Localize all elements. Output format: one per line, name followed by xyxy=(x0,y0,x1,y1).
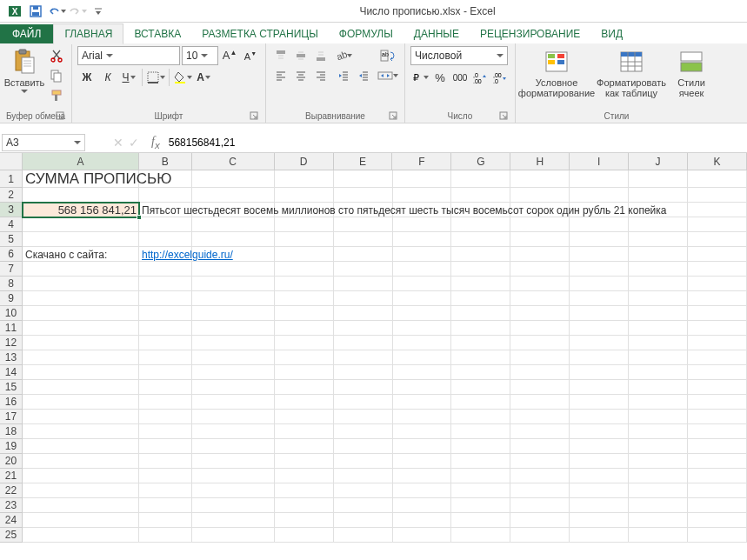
tab-data[interactable]: ДАННЫЕ xyxy=(404,24,470,43)
row-header-23[interactable]: 23 xyxy=(0,498,23,513)
row-header-3[interactable]: 3 xyxy=(0,203,23,217)
row-header-8[interactable]: 8 xyxy=(0,277,23,291)
percent-format-button[interactable]: % xyxy=(430,68,450,87)
row-header-14[interactable]: 14 xyxy=(0,365,23,380)
cell-a3[interactable]: 568 156 841,21 xyxy=(23,203,139,217)
increase-decimal-button[interactable]: ,0,00 xyxy=(470,68,490,87)
row-header-16[interactable]: 16 xyxy=(0,395,23,410)
tab-home[interactable]: ГЛАВНАЯ xyxy=(53,23,123,44)
cancel-formula-icon[interactable]: ✕ xyxy=(113,136,123,150)
increase-indent-button[interactable] xyxy=(354,66,373,85)
select-all-corner[interactable] xyxy=(0,153,23,170)
formula-bar-input[interactable] xyxy=(165,134,747,151)
row-header-12[interactable]: 12 xyxy=(0,336,23,350)
copy-button[interactable] xyxy=(47,66,66,85)
format-as-table-button[interactable]: Форматировать как таблицу xyxy=(596,46,667,107)
col-header-J[interactable]: J xyxy=(629,153,688,170)
row-header-24[interactable]: 24 xyxy=(0,513,23,528)
cell-b3[interactable]: Пятьсот шестьдесят восемь миллионов сто … xyxy=(142,203,666,217)
tab-view[interactable]: ВИД xyxy=(590,24,633,43)
decrease-indent-button[interactable] xyxy=(334,66,353,85)
row-header-15[interactable]: 15 xyxy=(0,380,23,395)
paste-button[interactable]: Вставить xyxy=(5,46,43,107)
col-header-H[interactable]: H xyxy=(510,153,570,170)
redo-button[interactable] xyxy=(68,2,87,21)
row-header-20[interactable]: 20 xyxy=(0,454,23,469)
font-color-button[interactable]: A xyxy=(194,68,213,87)
row-header-1[interactable]: 1 xyxy=(0,170,23,188)
row-header-21[interactable]: 21 xyxy=(0,469,23,483)
row-header-5[interactable]: 5 xyxy=(0,232,23,247)
undo-button[interactable] xyxy=(47,2,66,21)
align-center-button[interactable] xyxy=(291,66,310,85)
align-top-button[interactable] xyxy=(271,46,290,65)
col-header-F[interactable]: F xyxy=(392,153,451,170)
italic-button[interactable]: К xyxy=(98,68,117,87)
align-left-button[interactable] xyxy=(271,66,290,85)
row-header-19[interactable]: 19 xyxy=(0,439,23,454)
number-launcher[interactable] xyxy=(499,111,510,122)
row-header-2[interactable]: 2 xyxy=(0,188,23,203)
font-launcher[interactable] xyxy=(250,111,260,122)
col-header-K[interactable]: K xyxy=(688,153,747,170)
decrease-decimal-button[interactable]: ,00,0 xyxy=(490,68,510,87)
cut-button[interactable] xyxy=(47,46,66,65)
col-header-B[interactable]: B xyxy=(139,153,192,170)
clipboard-launcher[interactable] xyxy=(56,111,66,122)
qat-customize-button[interactable] xyxy=(89,2,108,21)
tab-insert[interactable]: ВСТАВКА xyxy=(123,24,191,43)
align-middle-button[interactable] xyxy=(291,46,310,65)
row-header-11[interactable]: 11 xyxy=(0,321,23,336)
accounting-format-button[interactable]: ₽ xyxy=(410,68,430,87)
col-header-A[interactable]: A xyxy=(23,153,139,170)
row-header-18[interactable]: 18 xyxy=(0,424,23,439)
font-name-combo[interactable]: Arial xyxy=(77,46,180,65)
comma-format-button[interactable]: 000 xyxy=(450,68,470,87)
fx-icon[interactable]: fx xyxy=(146,135,165,150)
row-header-22[interactable]: 22 xyxy=(0,483,23,498)
col-header-E[interactable]: E xyxy=(334,153,393,170)
enter-formula-icon[interactable]: ✓ xyxy=(129,136,139,150)
increase-font-button[interactable]: A▲ xyxy=(220,46,239,65)
align-bottom-button[interactable] xyxy=(311,46,330,65)
borders-button[interactable] xyxy=(146,68,165,87)
row-header-13[interactable]: 13 xyxy=(0,350,23,365)
tab-page-layout[interactable]: РАЗМЕТКА СТРАНИЦЫ xyxy=(191,24,329,43)
cell-a6[interactable]: Скачано с сайта: xyxy=(25,247,107,262)
tab-review[interactable]: РЕЦЕНЗИРОВАНИЕ xyxy=(470,24,590,43)
col-header-C[interactable]: C xyxy=(192,153,275,170)
col-header-D[interactable]: D xyxy=(275,153,334,170)
row-header-17[interactable]: 17 xyxy=(0,410,23,424)
conditional-formatting-button[interactable]: Условное форматирование xyxy=(521,46,592,107)
number-format-combo[interactable]: Числовой xyxy=(410,46,508,65)
cell-styles-button[interactable]: Стили ячеек xyxy=(670,46,712,107)
row-header-4[interactable]: 4 xyxy=(0,217,23,232)
decrease-font-button[interactable]: A▼ xyxy=(241,46,260,65)
merge-center-button[interactable] xyxy=(377,66,399,85)
paste-icon xyxy=(10,48,38,76)
fill-handle[interactable] xyxy=(137,215,142,220)
name-box[interactable]: A3 xyxy=(2,134,85,151)
font-size-combo[interactable]: 10 xyxy=(182,46,218,65)
tab-formulas[interactable]: ФОРМУЛЫ xyxy=(329,24,404,43)
align-right-button[interactable] xyxy=(311,66,330,85)
row-header-25[interactable]: 25 xyxy=(0,528,23,543)
row-header-9[interactable]: 9 xyxy=(0,291,23,306)
format-painter-button[interactable] xyxy=(47,86,66,105)
orientation-button[interactable]: ab xyxy=(334,46,353,65)
excel-icon[interactable]: X xyxy=(5,2,24,21)
row-header-6[interactable]: 6 xyxy=(0,247,23,262)
alignment-launcher[interactable] xyxy=(389,111,399,122)
cell-a1[interactable]: СУММА ПРОПИСЬЮ xyxy=(25,170,171,188)
col-header-G[interactable]: G xyxy=(451,153,510,170)
tab-file[interactable]: ФАЙЛ xyxy=(0,24,53,43)
col-header-I[interactable]: I xyxy=(570,153,629,170)
row-header-10[interactable]: 10 xyxy=(0,306,23,321)
row-header-7[interactable]: 7 xyxy=(0,262,23,277)
fill-color-button[interactable] xyxy=(173,68,192,87)
wrap-text-button[interactable]: ab xyxy=(377,46,399,65)
underline-button[interactable]: Ч xyxy=(119,68,138,87)
save-button[interactable] xyxy=(26,2,45,21)
cell-c6-link[interactable]: http://excelguide.ru/ xyxy=(142,247,233,262)
bold-button[interactable]: Ж xyxy=(77,68,97,87)
